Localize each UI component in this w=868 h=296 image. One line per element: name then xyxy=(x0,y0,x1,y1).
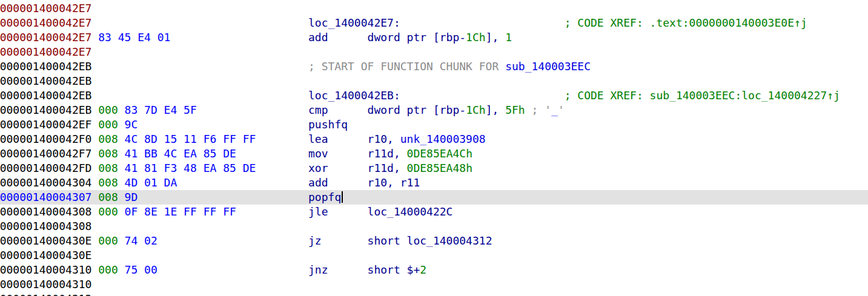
token-auto-comment: ; START OF FUNCTION CHUNK FOR xyxy=(308,60,505,73)
token-instruction-text: jle loc_14000422C xyxy=(308,205,452,218)
disasm-line[interactable]: 00000001400042E7 83 45 E4 01 add dword p… xyxy=(0,30,868,45)
token-sp-value: 008 xyxy=(98,191,118,203)
disassembly-listing: 00000001400042E700000001400042E7 loc_140… xyxy=(0,0,868,296)
token-xref-comment: ; CODE XREF: sub_140003EEC:loc_140004227… xyxy=(565,89,840,102)
disasm-line[interactable]: 00000001400042E7 xyxy=(0,45,868,59)
token-address: 00000001400042EF xyxy=(0,118,98,131)
disasm-line[interactable]: 00000001400042EB 000 83 7D E4 5F cmp dwo… xyxy=(0,103,868,117)
disasm-line[interactable]: 00000001400042E7 loc_1400042E7: ; CODE X… xyxy=(0,16,868,30)
token-sp-value: 000 xyxy=(98,104,118,116)
token-address-anterior: 00000001400042E7 xyxy=(0,2,91,15)
token-sp-value: 000 xyxy=(98,234,118,247)
token-opcode-bytes: 74 02 xyxy=(118,234,157,247)
token-instruction-text xyxy=(236,147,308,160)
token-instruction-text: loc_1400042EB: xyxy=(308,89,400,102)
token-instruction-text xyxy=(236,205,308,218)
token-instruction-text xyxy=(400,16,565,29)
token-instruction-text: loc_1400042E7: xyxy=(308,16,400,29)
token-address: 00000001400042FD xyxy=(0,162,98,174)
token-instruction-text xyxy=(177,176,308,189)
token-instruction-text: jz short loc_140004312 xyxy=(308,234,492,247)
token-sp-value: 008 xyxy=(98,176,118,189)
token-number-literal: 0DE85EA48h xyxy=(407,162,472,174)
token-dummy-name: sub_140003EEC xyxy=(505,60,591,73)
disasm-line[interactable]: 0000000140004312 xyxy=(0,292,868,296)
disasm-line[interactable]: 0000000140004310 xyxy=(0,277,868,292)
token-sp-value: 000 xyxy=(98,118,118,131)
token-address: 00000001400042EB xyxy=(0,104,98,116)
token-auto-comment: ' xyxy=(558,104,565,116)
token-opcode-bytes: 9D xyxy=(118,191,138,203)
disasm-line[interactable]: 00000001400042F0 008 4C 8D 15 11 F6 FF F… xyxy=(0,132,868,146)
token-number-literal: 1Ch xyxy=(466,104,486,116)
token-sp-value: 008 xyxy=(98,133,118,145)
token-address-anterior: 00000001400042E7 xyxy=(0,45,91,58)
disasm-line[interactable]: 0000000140004308 000 0F 8E 1E FF FF FF j… xyxy=(0,205,868,219)
token-instruction-text: cmp dword ptr [rbp- xyxy=(308,104,466,116)
token-instruction-text: add dword ptr [rbp- xyxy=(308,31,466,44)
token-opcode-bytes: 83 45 E4 01 xyxy=(91,31,170,44)
token-instruction-text: add r10, r11 xyxy=(308,176,420,189)
token-dummy-name: _ xyxy=(551,104,558,116)
disasm-line[interactable]: 00000001400042FD 008 41 81 F3 48 EA 85 D… xyxy=(0,161,868,176)
token-xref-comment: ; CODE XREF: .text:0000000140003E0E↑j xyxy=(565,16,807,29)
token-instruction-text xyxy=(170,31,308,44)
token-instruction-text xyxy=(197,104,308,116)
token-sp-value: 000 xyxy=(98,263,118,276)
token-address: 000000014000430E xyxy=(0,234,98,247)
token-instruction-text xyxy=(157,263,308,276)
disasm-line[interactable]: 000000014000430E xyxy=(0,248,868,263)
token-opcode-bytes: 4C 8D 15 11 F6 FF FF xyxy=(118,133,256,145)
token-opcode-bytes: 83 7D E4 5F xyxy=(118,104,197,116)
disasm-line[interactable]: 00000001400042EF 000 9C pushfq xyxy=(0,117,868,132)
token-number-literal: 5Fh xyxy=(505,104,525,116)
token-address: 00000001400042EB xyxy=(0,74,91,87)
disasm-line[interactable]: 00000001400042E7 xyxy=(0,1,868,16)
disasm-line-current[interactable]: 0000000140004307 008 9D popfq xyxy=(0,190,868,205)
token-sp-value: 008 xyxy=(98,162,118,174)
token-opcode-bytes: 41 BB 4C EA 85 DE xyxy=(118,147,236,160)
disasm-line[interactable]: 000000014000430E 000 74 02 jz short loc_… xyxy=(0,234,868,248)
token-address: 0000000140004312 xyxy=(0,292,91,296)
token-number-literal: 1Ch xyxy=(466,31,486,44)
disasm-line[interactable]: 00000001400042EB loc_1400042EB: ; CODE X… xyxy=(0,88,868,103)
token-address: 00000001400042F7 xyxy=(0,147,98,160)
token-opcode-bytes: 75 00 xyxy=(118,263,157,276)
token-instruction-text: jnz short $+ xyxy=(308,263,420,276)
token-instruction-text: ], xyxy=(486,31,506,44)
token-dummy-name: unk_140003908 xyxy=(400,133,486,145)
disasm-line[interactable]: 0000000140004308 xyxy=(0,219,868,234)
token-address: 00000001400042EB xyxy=(0,89,91,102)
token-address: 0000000140004310 xyxy=(0,263,98,276)
token-number-literal: 1 xyxy=(505,31,512,44)
token-address: 0000000140004308 xyxy=(0,205,98,218)
token-instruction-text xyxy=(91,89,308,102)
token-address: 00000001400042EB xyxy=(0,60,91,73)
disasm-line[interactable]: 0000000140004304 008 4D 01 DA add r10, r… xyxy=(0,176,868,190)
token-instruction-text xyxy=(256,133,308,145)
token-instruction-text xyxy=(400,89,565,102)
token-auto-comment xyxy=(91,60,308,73)
token-instruction-text xyxy=(91,16,308,29)
token-instruction-text: mov r11d, xyxy=(308,147,407,160)
token-sp-value: 000 xyxy=(98,205,118,218)
token-address-current: 0000000140004307 xyxy=(0,191,98,203)
disasm-line[interactable]: 00000001400042F7 008 41 BB 4C EA 85 DE m… xyxy=(0,146,868,161)
token-address: 0000000140004310 xyxy=(0,278,91,291)
token-opcode-bytes: 41 81 F3 48 EA 85 DE xyxy=(118,162,256,174)
token-address-anterior: 00000001400042E7 xyxy=(0,16,91,29)
disasm-line[interactable]: 00000001400042EB ; START OF FUNCTION CHU… xyxy=(0,59,868,74)
token-auto-comment: ; ' xyxy=(532,104,552,116)
token-instruction-text xyxy=(525,104,532,116)
text-cursor xyxy=(342,191,343,203)
token-address: 0000000140004304 xyxy=(0,176,98,189)
token-opcode-bytes: 9C xyxy=(118,118,138,131)
disasm-line[interactable]: 00000001400042EB xyxy=(0,74,868,88)
token-sp-value: 008 xyxy=(98,147,118,160)
token-instruction-text xyxy=(137,118,308,131)
token-address: 000000014000430E xyxy=(0,249,91,261)
token-instruction-text: xor r11d, xyxy=(308,162,407,174)
disasm-line[interactable]: 0000000140004310 000 75 00 jnz short $+2 xyxy=(0,263,868,277)
token-instruction-text: lea r10, xyxy=(308,133,400,145)
token-number-literal: 2 xyxy=(420,263,426,276)
